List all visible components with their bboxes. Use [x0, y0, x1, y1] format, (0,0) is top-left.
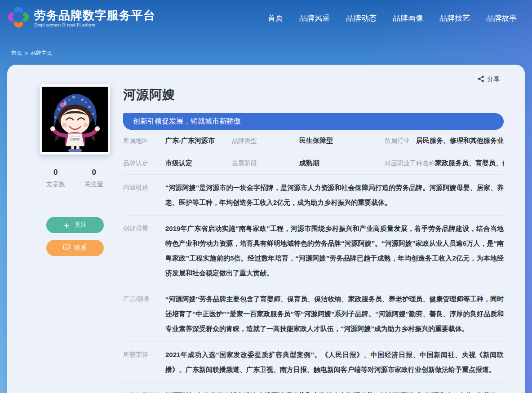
followers-count: 0 [75, 168, 113, 177]
section-honors-label: 所获荣誉 [123, 347, 165, 377]
profile-left-column: 河源阿嫂 0 文章数 0 关注量 ＋ 关注 [27, 77, 123, 393]
share-icon [478, 75, 484, 84]
contact-button[interactable]: 联系 [46, 240, 104, 256]
nav-brand-news[interactable]: 品牌动态 [346, 13, 377, 23]
section-background: 创建背景 2019年广东省启动实施“南粤家政”工程，河源市围绕乡村振兴和产业高质… [123, 216, 504, 286]
region-value: 广东-广东河源市 [165, 137, 215, 145]
nav-brand-style[interactable]: 品牌风采 [299, 13, 330, 23]
section-prospects-text: 河源阿嫂”充分发挥临近粤港澳大湾区地理优势和丰富的人力资源优势，以创新型建成“河… [165, 388, 504, 393]
section-connotation-label: 内涵概述 [123, 180, 165, 210]
share-label: 分享 [487, 75, 500, 84]
nav-home[interactable]: 首页 [268, 13, 283, 23]
brand-avatar: 河源阿嫂 [40, 84, 110, 155]
brand-slogan-banner: 创新引领促发展，铸就城市新骄傲 [123, 113, 504, 130]
breadcrumb-separator: > [25, 50, 28, 57]
plus-icon: ＋ [63, 221, 71, 229]
brand-type-value: 民生保障型 [299, 137, 333, 145]
followers-label: 关注量 [75, 181, 113, 189]
follow-button[interactable]: ＋ 关注 [46, 217, 104, 233]
occupation-label: 对应职业工种名称 [385, 159, 435, 168]
contact-label: 联系 [74, 244, 87, 252]
section-products-text: “河源阿嫂”劳务品牌主要包含了育婴师、保育员、保洁收纳、家政服务员、养老护理员、… [165, 291, 504, 336]
section-honors: 所获荣誉 2021年成功入选“国家发改委提质扩容典型案例”。《人民日报》、中国经… [123, 342, 504, 383]
certify-value: 市级认定 [165, 159, 192, 168]
section-connotation-text: “河源阿嫂”是河源市的一块金字招牌，是河源市人力资源和社会保障局打造的劳务品牌。… [165, 180, 504, 210]
stage-label: 发展阶段 [232, 159, 299, 168]
section-background-label: 创建背景 [123, 221, 165, 280]
brand-name-title: 河源阿嫂 [123, 86, 504, 103]
stat-followers: 0 关注量 [75, 168, 113, 189]
share-button[interactable]: 分享 [478, 75, 500, 84]
articles-count: 0 [37, 168, 75, 177]
industry-value: 居民服务、修理和其他服务业 [416, 137, 504, 145]
section-connotation: 内涵概述 “河源阿嫂”是河源市的一块金字招牌，是河源市人力资源和社会保障局打造的… [123, 175, 504, 216]
stat-articles: 0 文章数 [37, 168, 75, 189]
occupation-value: 家政服务员、育婴员、保育师 [435, 159, 504, 168]
nav-brand-portrait[interactable]: 品牌画像 [393, 13, 423, 23]
platform-logo[interactable]: 劳务品牌数字服务平台 Empl oyment B rand Pl atform [7, 6, 155, 30]
section-honors-text: 2021年成功入选“国家发改委提质扩容典型案例”。《人民日报》、中国经济日报、中… [165, 347, 504, 377]
logo-knot-icon [7, 6, 30, 30]
articles-label: 文章数 [37, 181, 75, 189]
main-nav: 首页 品牌风采 品牌动态 品牌画像 品牌技艺 品牌故事 [268, 13, 517, 23]
section-products-label: 产品/服务 [123, 291, 165, 336]
avatar-apron-tag: 河源阿嫂 [71, 137, 80, 141]
certify-label: 品牌认定 [123, 159, 165, 168]
platform-title: 劳务品牌数字服务平台 [34, 9, 155, 22]
stage-value: 成熟期 [299, 159, 319, 168]
chat-icon [63, 244, 70, 252]
top-header: 劳务品牌数字服务平台 Empl oyment B rand Pl atform … [0, 0, 532, 36]
brand-profile-card: 分享 [7, 65, 525, 393]
platform-subtitle: Empl oyment B rand Pl atform [34, 22, 155, 27]
nav-brand-story[interactable]: 品牌故事 [486, 13, 517, 23]
breadcrumb-current: 品牌主页 [31, 49, 52, 57]
info-row-1: 所属地区 广东-广东河源市 品牌类型 民生保障型 所属行业 居民服务、修理和其他… [123, 130, 504, 152]
brand-slogan-text: 创新引领促发展，铸就城市新骄傲 [133, 117, 241, 126]
industry-label: 所属行业 [385, 137, 410, 145]
section-background-text: 2019年广东省启动实施“南粤家政”工程，河源市围绕乡村振兴和产业高质量发展，着… [165, 221, 504, 280]
region-label: 所属地区 [123, 137, 165, 145]
info-row-2: 品牌认定 市级认定 发展阶段 成熟期 对应职业工种名称 家政服务员、育婴员、保育… [123, 152, 504, 175]
profile-stats: 0 文章数 0 关注量 [37, 168, 113, 189]
section-prospects-label: 发展前景概述 [123, 388, 165, 393]
section-prospects: 发展前景概述 河源阿嫂”充分发挥临近粤港澳大湾区地理优势和丰富的人力资源优势，以… [123, 383, 504, 393]
nav-brand-skill[interactable]: 品牌技艺 [439, 13, 470, 23]
profile-right-column: 河源阿嫂 创新引领促发展，铸就城市新骄傲 所属地区 广东-广东河源市 品牌类型 … [123, 77, 504, 393]
brand-type-label: 品牌类型 [232, 137, 299, 145]
follow-label: 关注 [75, 221, 87, 229]
breadcrumb-home[interactable]: 首页 [11, 49, 22, 57]
section-products: 产品/服务 “河源阿嫂”劳务品牌主要包含了育婴师、保育员、保洁收纳、家政服务员、… [123, 286, 504, 342]
breadcrumb: 首页 > 品牌主页 [0, 36, 532, 65]
